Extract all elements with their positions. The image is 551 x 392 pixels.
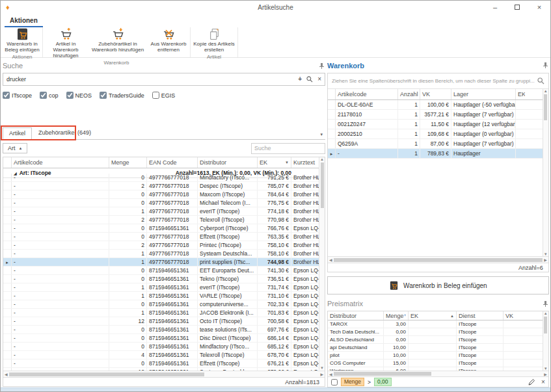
vertical-scrollbar[interactable]: ▲ ▼ bbox=[543, 311, 548, 371]
table-row[interactable]: - 0 8715946651361 Mindfactory (ITsco... … bbox=[3, 343, 319, 351]
add-criteria-icon[interactable]: + bbox=[298, 76, 302, 83]
search-input[interactable] bbox=[7, 76, 298, 83]
scroll-left-icon[interactable]: ◀ bbox=[329, 257, 332, 262]
zubehoerartikel-in-warenkorb-button[interactable]: Zubehörartikel in Warenkorb hinzufügen bbox=[88, 27, 148, 53]
table-row[interactable]: - 12 8715946651361 Octo IT (ITscope) 700… bbox=[3, 317, 319, 326]
col-ek[interactable]: EK bbox=[516, 89, 525, 99]
maximize-button[interactable] bbox=[506, 1, 528, 14]
scrollbar-thumb[interactable] bbox=[9, 372, 204, 376]
minimize-button[interactable]: – bbox=[484, 1, 506, 14]
table-row[interactable]: Q6259A 1 87,00 € Hauptlager (7 verfügbar… bbox=[328, 139, 543, 149]
horizontal-scrollbar[interactable]: ◀ ▶ bbox=[328, 371, 548, 376]
source-checkbox[interactable]: TradersGuide bbox=[100, 92, 144, 99]
table-row[interactable]: COS Computer 15,00 ITscope bbox=[328, 359, 543, 367]
table-row[interactable]: - 1 789,83 € Hauptlager bbox=[328, 149, 543, 159]
scroll-up-icon[interactable]: ▲ bbox=[320, 157, 324, 161]
source-checkbox-input[interactable] bbox=[66, 92, 74, 99]
group-by-chip[interactable]: Art ▲ bbox=[3, 143, 27, 153]
table-row[interactable]: - 1 8715946651361 everIT (ITscope) 731,7… bbox=[3, 283, 319, 292]
table-row[interactable]: - 0 8715946651361 tease solutions (ITs..… bbox=[3, 326, 319, 334]
table-row[interactable]: - 2 4977766777018 Telexroll (ITscope) 77… bbox=[3, 216, 319, 224]
tab-artikel[interactable]: Artikel bbox=[3, 127, 32, 140]
scrollbar-thumb[interactable] bbox=[544, 94, 547, 120]
scrollbar-thumb[interactable] bbox=[321, 163, 324, 208]
source-checkbox-input[interactable] bbox=[3, 92, 10, 99]
table-row[interactable]: - 1 4977766777018 everIT (ITscope) 774,1… bbox=[3, 207, 319, 216]
table-row[interactable]: - 1 4977766777018 Systeam Deutschla... 7… bbox=[3, 250, 319, 258]
scroll-right-icon[interactable]: ▶ bbox=[320, 372, 323, 376]
clear-search-icon[interactable]: × bbox=[317, 76, 321, 83]
table-row[interactable]: - 0 8715946651361 EET Europarts Deut... … bbox=[3, 267, 319, 275]
col-vk[interactable]: VK bbox=[420, 89, 451, 99]
tab-zubehoerartikel[interactable]: Zubehörartikel (649) bbox=[32, 127, 98, 139]
col-ek[interactable]: EK▼ bbox=[258, 157, 291, 168]
aus-warenkorb-entfernen-button[interactable]: Aus Warenkorb entfernen bbox=[148, 27, 189, 53]
vertical-scrollbar[interactable]: ▲ ▼ bbox=[543, 89, 548, 256]
filter-enabled-checkbox[interactable] bbox=[331, 379, 338, 385]
col-dienst[interactable]: Dienst bbox=[457, 311, 504, 320]
filter-field-chip[interactable]: Menge bbox=[341, 378, 364, 386]
col-ek[interactable]: EK▲ bbox=[409, 311, 457, 320]
col-distributor[interactable]: Distributor bbox=[198, 157, 258, 168]
table-row[interactable]: ALSO Deutschland 0,00 ITscope bbox=[328, 336, 543, 344]
table-row[interactable]: Tech Data Deutschl... 0,00 ITscope bbox=[328, 328, 543, 336]
table-row[interactable]: - 2 4977766777018 Printec (ITscope) 758,… bbox=[3, 241, 319, 250]
table-row[interactable]: - 0 8715946651361 Tekno (ITscope) 736,51… bbox=[3, 275, 319, 283]
table-row[interactable]: - 4 8715946651361 Telexroll (ITscope) 67… bbox=[3, 351, 319, 359]
col-menge[interactable]: Menge bbox=[109, 157, 147, 168]
horizontal-scrollbar[interactable]: ◀ ▶ bbox=[328, 256, 548, 263]
scroll-left-icon[interactable]: ◀ bbox=[329, 372, 332, 376]
close-button[interactable]: × bbox=[528, 1, 550, 14]
table-row[interactable]: 0021Z0247 1 11,50 € Hauptlager (12 verfü… bbox=[328, 120, 543, 129]
source-checkbox-input[interactable] bbox=[152, 92, 159, 99]
filter-operator[interactable]: > bbox=[368, 379, 371, 385]
col-distributor[interactable]: Distributor bbox=[328, 311, 384, 320]
col-artikelcode[interactable]: Artikelcode bbox=[12, 157, 109, 168]
col-ean-code[interactable]: EAN Code bbox=[147, 157, 198, 168]
col-lager[interactable]: Lager bbox=[451, 89, 516, 99]
scrollbar-thumb[interactable] bbox=[334, 258, 543, 262]
tab-dropdown-icon[interactable]: ▾ bbox=[320, 132, 325, 139]
grid-search-input[interactable] bbox=[251, 143, 325, 154]
pin-icon[interactable] bbox=[542, 62, 549, 69]
scroll-up-icon[interactable]: ▲ bbox=[544, 89, 548, 93]
table-row[interactable]: - 0 4977766777018 Mindfactory (ITsco... … bbox=[3, 174, 319, 182]
table-row[interactable]: - 0 8715946651361 Effzett (ITscope) 676,… bbox=[3, 359, 319, 368]
table-row[interactable]: api Deutschland 10,00 ITscope bbox=[328, 344, 543, 352]
source-checkbox[interactable]: EGIS bbox=[152, 92, 176, 99]
table-row[interactable]: - 0 8715946651361 Disc Direct (ITscope) … bbox=[3, 334, 319, 343]
table-row[interactable]: 21178010 1 3577,21 € Hauptlager (7 verfü… bbox=[328, 110, 543, 120]
source-checkbox-input[interactable] bbox=[40, 92, 47, 99]
source-checkbox[interactable]: cop bbox=[40, 92, 59, 99]
scrollbar-thumb[interactable] bbox=[544, 317, 547, 333]
table-row[interactable]: - 0 4977766777018 Effzett (ITscope) 763,… bbox=[3, 233, 319, 241]
filter-value-chip[interactable]: 0,00 bbox=[374, 378, 392, 386]
table-row[interactable]: DL-OLE-60AE 1 100,00 € Hauptlager (-50 v… bbox=[328, 100, 543, 110]
table-row[interactable]: - 0 4977766777018 Maxcom (ITscope) 784,6… bbox=[3, 190, 319, 199]
scrollbar-thumb[interactable] bbox=[334, 372, 431, 376]
scroll-right-icon[interactable]: ▶ bbox=[544, 257, 547, 262]
search-icon[interactable] bbox=[537, 77, 544, 85]
table-row[interactable]: - 0 4977766777018 Michael Telecom (I... … bbox=[3, 199, 319, 207]
group-by-bar[interactable]: Ziehen Sie eine Spaltenüberschrift in di… bbox=[328, 73, 548, 89]
table-row[interactable]: pilot 10,00 ITscope bbox=[328, 352, 543, 359]
clear-filter-icon[interactable]: × bbox=[541, 378, 545, 385]
table-row[interactable]: - 1 4977766777018 print supplies (ITsc..… bbox=[3, 258, 319, 267]
scroll-down-icon[interactable]: ▼ bbox=[320, 366, 324, 370]
table-row[interactable]: - 1 8715946651361 JACOB Elektronik (I...… bbox=[3, 309, 319, 317]
col-anzahl[interactable]: Anzahl bbox=[398, 89, 420, 99]
kopie-des-artikels-button[interactable]: Kopie des Artikels erstellen bbox=[191, 27, 237, 53]
scroll-left-icon[interactable]: ◀ bbox=[5, 372, 8, 376]
pin-icon[interactable] bbox=[318, 62, 325, 70]
search-icon[interactable] bbox=[306, 76, 313, 83]
warenkorb-in-beleg-einfuegen-action-button[interactable]: Warenkorb in Beleg einfügen bbox=[327, 276, 549, 294]
filter-icon[interactable] bbox=[404, 313, 406, 318]
warenkorb-in-beleg-einfuegen-button[interactable]: Warenkorb in Beleg einfügen bbox=[3, 27, 42, 53]
artikel-in-warenkorb-button[interactable]: Artikel in Warenkorb hinzufügen bbox=[44, 27, 88, 59]
source-checkbox[interactable]: ITscope bbox=[3, 92, 32, 99]
col-artikelcode[interactable]: Artikelcode bbox=[336, 89, 398, 99]
col-menge[interactable]: Menge bbox=[384, 311, 409, 320]
table-row[interactable]: - 0 8715946651361 Cyberport (ITscope) 76… bbox=[3, 224, 319, 233]
table-row[interactable]: TAROX 3,00 ITscope bbox=[328, 320, 543, 328]
table-row[interactable]: - 2 4977766777018 Despec (ITscope) 785,0… bbox=[3, 182, 319, 190]
